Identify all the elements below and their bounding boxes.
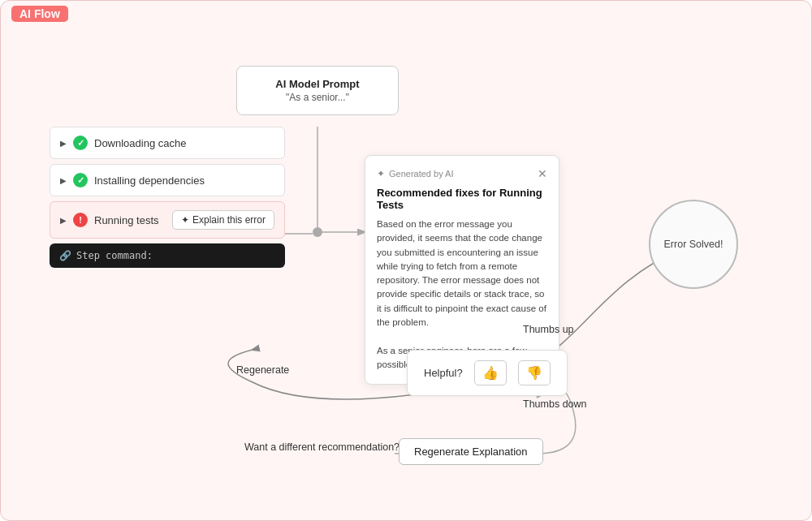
link-icon: 🔗: [59, 250, 71, 261]
step-arrow: ▶: [60, 139, 67, 148]
thumbs-down-label: Thumbs down: [523, 398, 587, 410]
step-arrow-3: ▶: [60, 216, 67, 225]
helpful-box: Helpful? 👍 👎: [407, 350, 568, 396]
check-icon-download: [73, 136, 88, 150]
explain-button[interactable]: ✦ Explain this error: [172, 210, 274, 230]
prompt-subtitle: "As a senior...": [250, 92, 385, 103]
check-icon-install: [73, 173, 88, 187]
prompt-box: AI Model Prompt "As a senior...": [236, 66, 399, 115]
step-arrow-2: ▶: [60, 176, 67, 185]
thumbs-up-label: Thumbs up: [523, 324, 574, 335]
step-tests: ▶ ! Running tests ✦ Explain this error: [50, 201, 285, 239]
error-solved-circle: Error Solved!: [649, 200, 738, 289]
thumbs-up-button[interactable]: 👍: [474, 360, 507, 385]
svg-point-1: [313, 227, 322, 237]
step-command-label: Step command:: [76, 250, 153, 261]
step-install: ▶ Installing dependencies: [50, 164, 285, 196]
step-command: 🔗 Step command:: [50, 243, 285, 268]
app-title: AI Flow: [11, 6, 68, 22]
ai-panel-body-1: Based on the error message you provided,…: [377, 217, 547, 329]
ai-close-button[interactable]: ✕: [538, 167, 547, 180]
prompt-title: AI Model Prompt: [250, 78, 385, 90]
regenerate-label: Regenerate: [236, 364, 289, 376]
helpful-label: Helpful?: [424, 367, 463, 379]
sparkle-ai-icon: ✦: [377, 168, 385, 179]
step-tests-label: Running tests: [94, 214, 159, 226]
error-icon-tests: !: [73, 213, 88, 227]
step-download-label: Downloading cache: [94, 137, 186, 149]
step-install-label: Installing dependencies: [94, 174, 205, 187]
ai-generated-label: ✦ Generated by AI: [377, 168, 454, 179]
ai-panel-header: ✦ Generated by AI ✕: [377, 167, 547, 180]
sparkle-icon: ✦: [181, 214, 189, 226]
app-container: AI Flow: [0, 0, 812, 521]
want-different-label: Want a different recommendation?: [244, 441, 400, 453]
regenerate-explanation-button[interactable]: Regenerate Explanation: [399, 438, 543, 465]
thumbs-down-button[interactable]: 👎: [518, 360, 551, 385]
steps-panel: ▶ Downloading cache ▶ Installing depende…: [50, 127, 285, 273]
ai-panel-title: Recommended fixes for Running Tests: [377, 187, 547, 211]
step-download: ▶ Downloading cache: [50, 127, 285, 159]
